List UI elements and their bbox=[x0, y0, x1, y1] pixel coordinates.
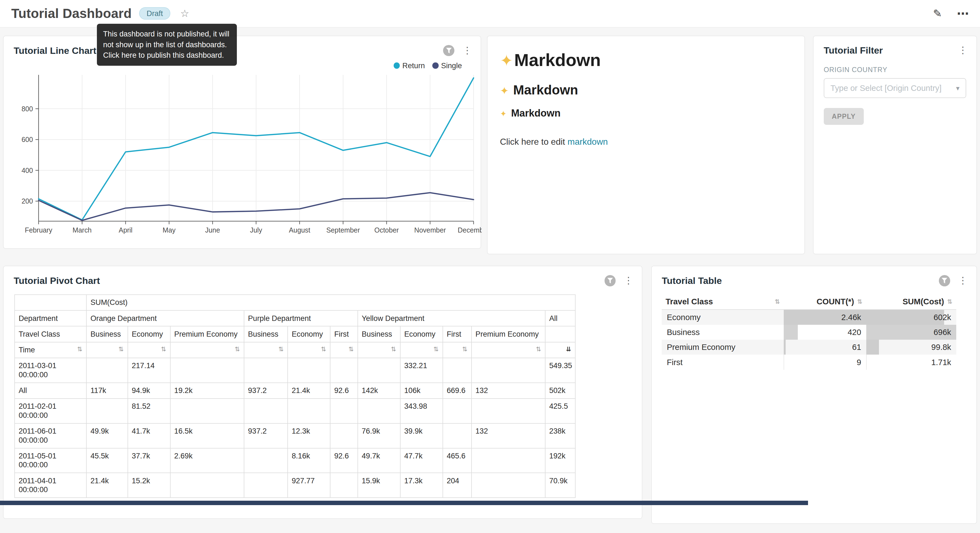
pivot-value-cell: 39.9k bbox=[400, 423, 443, 448]
pivot-value-cell bbox=[170, 358, 244, 383]
pivot-value-cell: 132 bbox=[471, 383, 545, 399]
pivot-value-cell: 70.9k bbox=[545, 473, 575, 498]
cell-sum-cost: 602k bbox=[866, 310, 956, 324]
sort-icon[interactable]: ⇅ bbox=[462, 345, 467, 353]
pivot-value-cell: 343.98 bbox=[400, 399, 443, 423]
origin-country-select[interactable]: Type or Select [Origin Country] ▾ bbox=[824, 78, 966, 98]
pivot-class-cell: Economy bbox=[288, 326, 330, 342]
pivot-value-cell: 15.2k bbox=[128, 473, 170, 498]
card-menu-icon[interactable]: ⋮ bbox=[624, 276, 633, 285]
markdown-edit-link[interactable]: markdown bbox=[568, 137, 608, 147]
pivot-value-cell bbox=[443, 399, 471, 423]
pivot-value-cell bbox=[86, 399, 127, 423]
pivot-value-cell: 332.21 bbox=[400, 358, 443, 383]
dashboard-header: Tutorial Dashboard Draft ☆ ✎ ⋯ bbox=[0, 0, 980, 28]
cell-travel-class: Business bbox=[662, 325, 783, 340]
pivot-sort-cell: ⇅ bbox=[128, 342, 170, 358]
pivot-sort-cell: ⇅ bbox=[170, 342, 244, 358]
sort-icon[interactable]: ⇅ bbox=[348, 345, 354, 353]
cell-sum-cost: 99.8k bbox=[866, 340, 956, 354]
pivot-class-cell: Premium Economy bbox=[471, 326, 545, 342]
svg-text:November: November bbox=[414, 226, 446, 234]
filter-indicator-icon[interactable] bbox=[605, 275, 616, 286]
column-header-sum-cost[interactable]: SUM(Cost)⇅ bbox=[866, 294, 956, 310]
pivot-value-cell: 937.2 bbox=[244, 383, 288, 399]
legend-item-single[interactable]: Single bbox=[432, 61, 462, 70]
pivot-value-cell: 192k bbox=[545, 448, 575, 473]
sort-icon[interactable]: ⇅ bbox=[77, 345, 83, 353]
pivot-data-row: 2011-03-01 00:00:00217.14332.21549.35 bbox=[14, 358, 575, 383]
pivot-value-cell bbox=[471, 473, 545, 498]
draft-badge[interactable]: Draft bbox=[139, 7, 170, 20]
sort-icon[interactable]: ⇅ bbox=[775, 298, 780, 305]
pivot-department-header: Department bbox=[14, 310, 86, 326]
cell-travel-class: Premium Economy bbox=[662, 340, 783, 354]
pivot-sort-cell: ⇅ bbox=[471, 342, 545, 358]
pivot-row-label: 2011-04-01 00:00:00 bbox=[14, 473, 86, 498]
legend-label: Single bbox=[441, 61, 462, 70]
sort-icon[interactable]: ⇅ bbox=[857, 298, 862, 305]
pivot-value-cell bbox=[288, 399, 330, 423]
svg-text:August: August bbox=[289, 226, 310, 234]
apply-button[interactable]: APPLY bbox=[824, 108, 864, 125]
column-header-count[interactable]: COUNT(*)⇅ bbox=[784, 294, 866, 310]
legend-item-return[interactable]: Return bbox=[394, 61, 425, 70]
pivot-sort-cell: ⇅ bbox=[86, 342, 127, 358]
table-row: First91.71k bbox=[662, 354, 956, 370]
header-actions: ✎ ⋯ bbox=[933, 6, 969, 21]
pivot-time-header: Time⇅ bbox=[14, 342, 86, 358]
edit-icon[interactable]: ✎ bbox=[933, 7, 942, 20]
svg-text:October: October bbox=[374, 226, 399, 234]
sort-icon[interactable]: ⇅ bbox=[235, 345, 240, 353]
pivot-value-cell: 45.5k bbox=[86, 448, 127, 473]
pivot-class-cell bbox=[545, 326, 575, 342]
svg-text:March: March bbox=[73, 226, 92, 234]
pivot-value-cell: 669.6 bbox=[443, 383, 471, 399]
sort-icon[interactable]: ⇅ bbox=[118, 345, 124, 353]
sort-icon[interactable]: ⇅ bbox=[161, 345, 166, 353]
more-menu-icon[interactable]: ⋯ bbox=[957, 6, 969, 21]
sort-icon[interactable]: ⇅ bbox=[947, 298, 952, 305]
pivot-class-cell: Business bbox=[86, 326, 127, 342]
pivot-value-cell bbox=[358, 358, 400, 383]
pivot-value-cell bbox=[244, 473, 288, 498]
pivot-value-cell: 502k bbox=[545, 383, 575, 399]
pivot-value-cell: 132 bbox=[471, 423, 545, 448]
pivot-value-cell: 425.5 bbox=[545, 399, 575, 423]
pivot-row-label: 2011-05-01 00:00:00 bbox=[14, 448, 86, 473]
pivot-value-cell: 12.3k bbox=[288, 423, 330, 448]
sort-icon[interactable]: ⇅ bbox=[278, 345, 284, 353]
table-card: Tutorial Table ⋮ Travel Class⇅ bbox=[651, 266, 977, 524]
pivot-data-row: All117k94.9k19.2k937.221.4k92.6142k106k6… bbox=[14, 383, 575, 399]
pivot-value-cell bbox=[86, 358, 127, 383]
column-header-travel-class[interactable]: Travel Class⇅ bbox=[662, 294, 783, 310]
sort-icon[interactable]: ⇅ bbox=[536, 345, 541, 353]
pivot-value-cell: 17.3k bbox=[400, 473, 443, 498]
card-menu-icon[interactable]: ⋮ bbox=[958, 276, 967, 285]
svg-text:December: December bbox=[458, 226, 482, 234]
sort-icon[interactable]: ⇅ bbox=[433, 345, 439, 353]
svg-text:800: 800 bbox=[22, 105, 33, 113]
line-chart-card: Tutorial Line Chart ⋮ Return Single bbox=[3, 36, 481, 249]
filter-indicator-icon[interactable] bbox=[939, 275, 950, 286]
filter-indicator-icon[interactable] bbox=[443, 45, 454, 56]
pivot-value-cell: 37.7k bbox=[128, 448, 170, 473]
sort-desc-icon[interactable]: ⇊ bbox=[566, 345, 571, 353]
cell-sum-cost: 1.71k bbox=[866, 354, 956, 370]
card-menu-icon[interactable]: ⋮ bbox=[958, 46, 967, 55]
select-placeholder: Type or Select [Origin Country] bbox=[830, 83, 941, 93]
star-icon[interactable]: ☆ bbox=[180, 8, 189, 19]
sort-icon[interactable]: ⇅ bbox=[321, 345, 326, 353]
pivot-value-cell: 47.7k bbox=[400, 448, 443, 473]
card-menu-icon[interactable]: ⋮ bbox=[463, 46, 472, 55]
pivot-class-cell: Business bbox=[244, 326, 288, 342]
sort-icon[interactable]: ⇅ bbox=[391, 345, 396, 353]
markdown-card[interactable]: ✦Markdown ✦Markdown ✦Markdown Click here… bbox=[487, 36, 805, 254]
pivot-class-cell: Premium Economy bbox=[170, 326, 244, 342]
markdown-paragraph: Click here to edit markdown bbox=[500, 137, 792, 147]
line-chart[interactable]: 200400600800FebruaryMarchAprilMayJuneJul… bbox=[3, 72, 482, 241]
table-header-row: Travel Class⇅ COUNT(*)⇅ SUM(Cost)⇅ bbox=[662, 294, 956, 310]
pivot-value-cell bbox=[471, 448, 545, 473]
pivot-value-cell: 19.2k bbox=[170, 383, 244, 399]
sparkle-icon: ✦ bbox=[500, 109, 507, 118]
